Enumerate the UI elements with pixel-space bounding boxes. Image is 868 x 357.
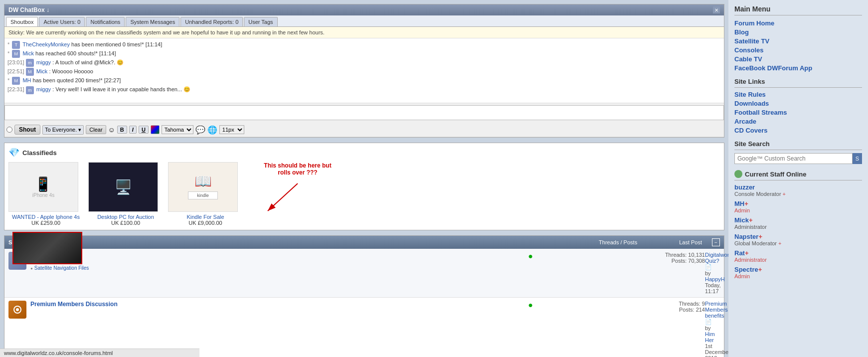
classified-bottom-placeholder	[13, 233, 82, 264]
classified-title-1[interactable]: WANTED - Apple Iphone 4s	[8, 214, 83, 220]
classified-item-iphone[interactable]: 📱 iPhone 4s WANTED - Apple Iphone 4s UK …	[8, 162, 83, 226]
sidebar-item-forum-home[interactable]: Forum Home	[734, 19, 862, 27]
forum-stats-vip: Threads: 10,131 Posts: 70,308	[580, 252, 705, 264]
chatbox-toolbar: Shout To Everyone. ▾ Clear ☺ B I U Tahom…	[4, 124, 724, 137]
svg-line-1	[268, 183, 298, 211]
staff-item-mh: MH+ Admin	[734, 200, 862, 213]
tab-active-users[interactable]: Active Users: 0	[39, 17, 85, 26]
classified-price-1: UK £259.00	[8, 220, 83, 226]
chat-icon-bubble[interactable]: 💬	[195, 125, 205, 135]
site-search-title: Site Search	[734, 140, 862, 150]
current-staff-title: Current Staff Online	[734, 170, 862, 180]
classified-title-3[interactable]: Kindle For Sale	[168, 214, 243, 220]
chatbox-text-input[interactable]	[4, 105, 724, 120]
search-submit-button[interactable]: S	[853, 153, 862, 164]
sidebar-item-consoles[interactable]: Consoles	[734, 46, 862, 54]
chat-username[interactable]: Mick	[22, 50, 34, 56]
clear-button[interactable]: Clear	[86, 125, 106, 134]
chat-username[interactable]: Mick	[36, 68, 48, 74]
chat-message: * T TheCheekyMonkey has been mentioned 0…	[7, 40, 721, 49]
sidebar-item-satellite-tv[interactable]: Satellite TV	[734, 37, 862, 45]
forum-lastpost-premium: Premium Members benefits 📄 by Him Her 1s…	[705, 301, 720, 357]
last-post-user-vip[interactable]: HappyH	[705, 276, 725, 282]
forum-details-premium: Premium Members Discussion	[30, 301, 118, 308]
to-everyone-button[interactable]: To Everyone. ▾	[42, 125, 84, 135]
url-bar: www.digitalworldz.co.uk/console-forums.h…	[0, 349, 199, 357]
staff-name-rat[interactable]: Rat+	[734, 249, 862, 257]
sidebar-item-cd-covers[interactable]: CD Covers	[734, 127, 862, 134]
tab-shoutbox[interactable]: Shoutbox	[6, 17, 38, 26]
sidebar-item-football-streams[interactable]: Football Streams	[734, 109, 862, 116]
sidebar-item-downloads[interactable]: Downloads	[734, 100, 862, 107]
main-menu-title: Main Menu	[734, 5, 862, 15]
staff-name-mick[interactable]: Mick+	[734, 216, 862, 224]
classified-bottom-item[interactable]	[12, 232, 82, 264]
chat-username[interactable]: miggy	[36, 86, 51, 92]
classified-item-pc[interactable]: 🖥️ Desktop PC for Auction UK £100.00	[88, 162, 163, 226]
tab-system-messages[interactable]: System Messages	[126, 17, 179, 26]
classified-price-3: UK £9,000.00	[168, 220, 243, 226]
tab-user-tags[interactable]: User Tags	[244, 17, 277, 26]
sidebar-item-site-rules[interactable]: Site Rules	[734, 91, 862, 98]
chat-username[interactable]: MH	[22, 77, 31, 83]
sidebar-item-blog[interactable]: Blog	[734, 28, 862, 36]
subforum-satellite-nav[interactable]: Satellite Navigation Files	[34, 265, 89, 271]
forums-header: SPECIAL FORUMS! Threads / Posts Last Pos…	[4, 236, 724, 249]
staff-role-mh: Admin	[734, 207, 862, 213]
chatbox-radio[interactable]	[6, 127, 12, 133]
staff-item-rat: Rat+ Administrator	[734, 249, 862, 263]
search-input[interactable]	[734, 153, 853, 164]
bold-button[interactable]: B	[117, 126, 127, 134]
sidebar: Main Menu Forum Home Blog Satellite TV C…	[728, 0, 868, 357]
chat-icon-smiley[interactable]: 🌐	[207, 125, 217, 135]
last-post-user-premium[interactable]: Him Her	[705, 331, 715, 343]
chat-message: [23:01] m miggy : A touch of wind @Mick?…	[7, 58, 721, 67]
staff-role-rat: Administrator	[734, 257, 862, 263]
chatbox-container: DW ChatBox ↓ ✕ Shoutbox Active Users: 0 …	[4, 4, 724, 138]
forum-row-vip: VIP Chat Sub-Forums: ●Satellite Navigati…	[4, 249, 724, 298]
staff-item-mick: Mick+ Administrator	[734, 216, 862, 230]
classifieds-header: 💎 Classifieds	[8, 147, 720, 158]
chatbox-titlebar: DW ChatBox ↓ ✕	[4, 4, 724, 15]
staff-name-spectre[interactable]: Spectre+	[734, 266, 862, 273]
staff-role-buzzer: Console Moderator +	[734, 191, 862, 197]
chat-username[interactable]: TheCheekyMonkey	[22, 41, 70, 47]
color-picker-button[interactable]	[151, 125, 160, 134]
italic-button[interactable]: I	[129, 126, 137, 134]
emoji-button[interactable]: ☺	[108, 126, 115, 134]
tab-unhandled-reports[interactable]: Unhandled Reports: 0	[180, 17, 243, 26]
last-post-link-premium[interactable]: Premium Members benefits 📄	[705, 301, 728, 325]
classified-item-kindle[interactable]: 📖 kindle Kindle For Sale UK £9,000.00	[168, 162, 243, 226]
forums-section: SPECIAL FORUMS! Threads / Posts Last Pos…	[4, 235, 724, 357]
shout-button[interactable]: Shout	[14, 125, 40, 135]
forums-collapse-button[interactable]: −	[712, 238, 720, 246]
forum-info-premium: Premium Members Discussion	[8, 301, 481, 319]
site-links-title: Site Links	[734, 78, 862, 88]
sidebar-item-facebook-app[interactable]: FaceBook DWForum App	[734, 64, 862, 72]
forum-title-premium[interactable]: Premium Members Discussion	[30, 301, 118, 308]
tab-notifications[interactable]: Notifications	[86, 17, 125, 26]
sidebar-item-arcade[interactable]: Arcade	[734, 118, 862, 125]
forum-stats-premium: Threads: 9 Posts: 214	[580, 301, 705, 313]
forum-lastpost-vip: Digitalworldz Quiz? 📄 by HappyH Today, 1…	[705, 252, 720, 294]
staff-name-buzzer[interactable]: buzzer	[734, 183, 862, 191]
chat-message: * M Mick has reached 600 shouts!* [11:14…	[7, 49, 721, 58]
chatbox-tabs: Shoutbox Active Users: 0 Notifications S…	[4, 15, 724, 27]
chat-username[interactable]: miggy	[36, 59, 51, 65]
classified-title-2[interactable]: Desktop PC for Auction	[88, 214, 163, 220]
staff-item-napster: Napster+ Global Moderator +	[734, 233, 862, 246]
staff-name-mh[interactable]: MH+	[734, 200, 862, 207]
chat-message: [22:31] m miggy : Very well! I will leav…	[7, 85, 721, 94]
chatbox-messages[interactable]: * T TheCheekyMonkey has been mentioned 0…	[4, 38, 724, 103]
font-selector[interactable]: Tahoma	[162, 125, 193, 134]
gem-icon: 💎	[8, 147, 19, 158]
sidebar-item-cable-tv[interactable]: Cable TV	[734, 55, 862, 63]
chatbox-close-button[interactable]: ✕	[713, 6, 720, 13]
staff-name-napster[interactable]: Napster+	[734, 233, 862, 240]
font-size-selector[interactable]: 11px ▾	[219, 125, 244, 134]
chatbox-input-area: Shout To Everyone. ▾ Clear ☺ B I U Tahom…	[4, 103, 724, 137]
staff-role-mick: Administrator	[734, 224, 862, 230]
threads-posts-col-header: Threads / Posts	[599, 239, 637, 245]
underline-button[interactable]: U	[139, 126, 149, 134]
classified-note: This should be here but rolls over ???	[258, 162, 338, 176]
